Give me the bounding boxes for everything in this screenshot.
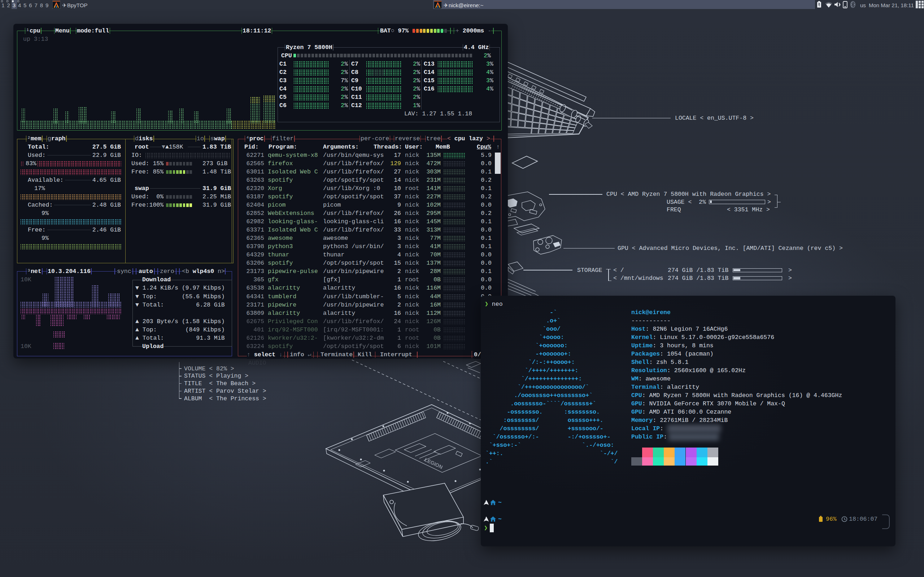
svg-text:LEGION: LEGION xyxy=(424,456,444,470)
